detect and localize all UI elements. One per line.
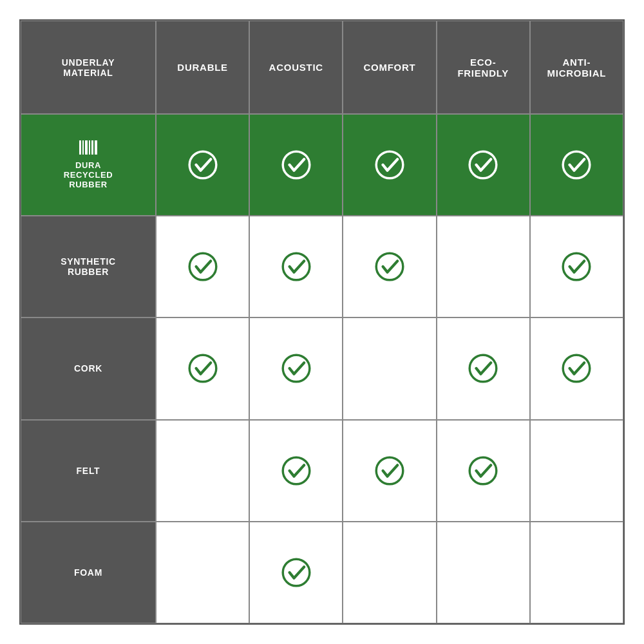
header-underlay-material: UNDERLAY MATERIAL xyxy=(21,21,156,114)
check-icon xyxy=(466,352,500,385)
check-icon xyxy=(560,148,593,182)
felt-acoustic-cell xyxy=(249,420,343,522)
header-comfort-label: COMFORT xyxy=(363,62,415,73)
row-felt-label: FELT xyxy=(77,466,100,476)
foam-acoustic-cell xyxy=(249,522,343,623)
cork-eco-cell xyxy=(437,317,530,419)
felt-comfort-cell xyxy=(343,420,436,522)
check-icon xyxy=(373,148,406,182)
row-dura-label: DURA RECYCLED RUBBER xyxy=(64,160,113,189)
svg-point-18 xyxy=(564,355,591,383)
check-icon xyxy=(279,454,313,488)
row-header-synthetic: SYNTHETIC RUBBER xyxy=(21,216,156,317)
svg-point-21 xyxy=(469,457,497,484)
svg-point-11 xyxy=(189,253,216,280)
svg-rect-2 xyxy=(85,140,88,155)
svg-rect-1 xyxy=(82,140,84,155)
dura-durable-cell xyxy=(156,114,249,216)
svg-point-13 xyxy=(376,253,403,280)
dura-comfort-cell xyxy=(343,114,436,216)
cork-durable-cell xyxy=(156,317,249,419)
foam-anti-cell xyxy=(530,522,623,623)
row-header-felt: FELT xyxy=(21,420,156,522)
foam-comfort-cell xyxy=(343,522,436,623)
check-icon xyxy=(279,250,313,283)
check-icon xyxy=(373,250,406,283)
row-header-cork: CORK xyxy=(21,317,156,419)
svg-point-20 xyxy=(376,457,403,484)
svg-point-8 xyxy=(376,151,403,178)
svg-point-17 xyxy=(469,355,497,383)
header-durable: DURABLE xyxy=(156,21,249,114)
felt-anti-cell xyxy=(530,420,623,522)
header-acoustic: ACOUSTIC xyxy=(249,21,343,114)
svg-rect-0 xyxy=(79,140,81,155)
dura-icon xyxy=(79,140,97,158)
check-icon xyxy=(373,454,406,488)
svg-rect-3 xyxy=(89,140,90,155)
check-icon xyxy=(560,250,593,283)
synthetic-anti-cell xyxy=(530,216,623,317)
check-icon xyxy=(466,454,500,488)
cork-comfort-cell xyxy=(343,317,436,419)
header-durable-label: DURABLE xyxy=(177,62,228,73)
table-grid: UNDERLAY MATERIAL DURABLE ACOUSTIC COMFO… xyxy=(21,21,623,623)
row-header-dura: DURA RECYCLED RUBBER xyxy=(21,114,156,216)
check-icon xyxy=(186,352,220,385)
svg-point-10 xyxy=(564,151,591,178)
row-cork-label: CORK xyxy=(74,363,102,374)
svg-point-12 xyxy=(283,253,310,280)
dura-acoustic-cell xyxy=(249,114,343,216)
row-header-foam: FOAM xyxy=(21,522,156,623)
foam-durable-cell xyxy=(156,522,249,623)
svg-point-14 xyxy=(564,253,591,280)
header-acoustic-label: ACOUSTIC xyxy=(269,62,323,73)
header-comfort: COMFORT xyxy=(343,21,436,114)
dura-eco-cell xyxy=(437,114,530,216)
svg-point-9 xyxy=(469,151,497,178)
header-underlay-label: UNDERLAY MATERIAL xyxy=(62,57,115,78)
row-synthetic-label: SYNTHETIC RUBBER xyxy=(61,256,116,277)
felt-eco-cell xyxy=(437,420,530,522)
synthetic-comfort-cell xyxy=(343,216,436,317)
check-icon xyxy=(466,148,500,182)
svg-rect-5 xyxy=(95,140,97,155)
check-icon xyxy=(560,352,593,385)
check-icon xyxy=(186,250,220,283)
svg-point-22 xyxy=(283,559,310,586)
svg-rect-4 xyxy=(91,140,93,155)
header-eco-label: ECO- FRIENDLY xyxy=(457,57,509,79)
check-icon xyxy=(279,148,313,182)
comparison-table: UNDERLAY MATERIAL DURABLE ACOUSTIC COMFO… xyxy=(19,19,625,625)
dura-anti-cell xyxy=(530,114,623,216)
header-anti-microbial: ANTI- MICROBIAL xyxy=(530,21,623,114)
svg-point-19 xyxy=(283,457,310,484)
header-eco-friendly: ECO- FRIENDLY xyxy=(437,21,530,114)
cork-anti-cell xyxy=(530,317,623,419)
header-anti-microbial-label: ANTI- MICROBIAL xyxy=(547,57,607,79)
synthetic-durable-cell xyxy=(156,216,249,317)
check-icon xyxy=(279,556,313,589)
svg-point-15 xyxy=(189,355,216,383)
check-icon xyxy=(279,352,313,385)
row-foam-label: FOAM xyxy=(74,567,102,578)
svg-point-16 xyxy=(283,355,310,383)
foam-eco-cell xyxy=(437,522,530,623)
check-icon xyxy=(186,148,220,182)
cork-acoustic-cell xyxy=(249,317,343,419)
felt-durable-cell xyxy=(156,420,249,522)
synthetic-eco-cell xyxy=(437,216,530,317)
synthetic-acoustic-cell xyxy=(249,216,343,317)
svg-point-6 xyxy=(189,151,216,178)
svg-point-7 xyxy=(283,151,310,178)
